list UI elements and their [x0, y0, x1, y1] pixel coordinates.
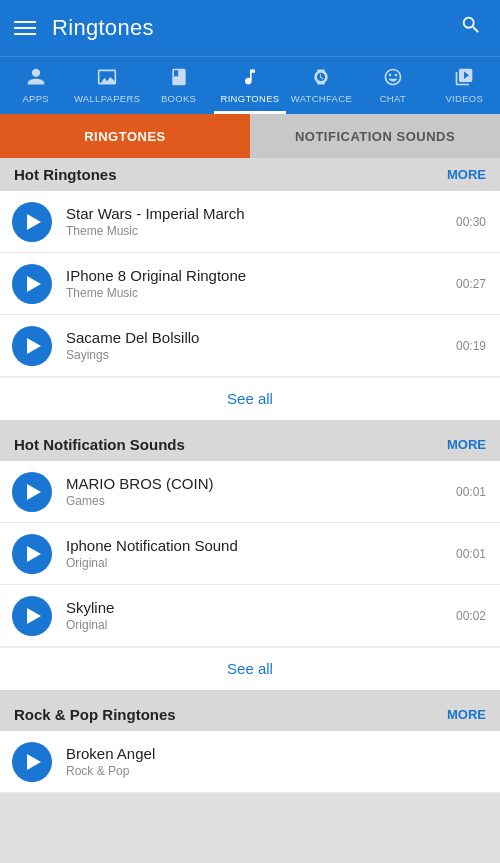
rock-pop-title: Rock & Pop Ringtones	[14, 706, 176, 723]
song-item: Broken Angel Rock & Pop	[0, 731, 500, 793]
section-gap-1	[0, 420, 500, 428]
song-info: Sacame Del Bolsillo Sayings	[66, 329, 456, 362]
play-button[interactable]	[12, 742, 52, 782]
header: Ringtones	[0, 0, 500, 56]
hot-ringtones-see-all-row: See all	[0, 377, 500, 420]
cat-tab-ringtones[interactable]: RINGTONES	[0, 114, 250, 158]
nav-tab-chat-label: CHAT	[380, 93, 406, 104]
song-info: IPhone 8 Original Ringtone Theme Music	[66, 267, 456, 300]
song-info: Broken Angel Rock & Pop	[66, 745, 486, 778]
song-name: IPhone 8 Original Ringtone	[66, 267, 456, 284]
hot-notification-header: Hot Notification Sounds MORE	[0, 428, 500, 461]
nav-tab-books[interactable]: BOOKS	[143, 57, 214, 114]
hot-notification-see-all[interactable]: See all	[227, 660, 273, 677]
nav-tab-ringtones[interactable]: RINGTONES	[214, 57, 285, 114]
videos-icon	[454, 67, 474, 90]
nav-tabs: APPS WALLPAPERS BOOKS RINGTONES WATCHFAC…	[0, 56, 500, 114]
play-button[interactable]	[12, 264, 52, 304]
header-left: Ringtones	[14, 15, 154, 41]
hot-ringtones-more[interactable]: MORE	[447, 167, 486, 182]
rock-pop-list: Broken Angel Rock & Pop	[0, 731, 500, 793]
song-category: Theme Music	[66, 224, 456, 238]
nav-tab-apps-label: APPS	[22, 93, 49, 104]
nav-tab-apps[interactable]: APPS	[0, 57, 71, 114]
hot-notification-see-all-row: See all	[0, 647, 500, 690]
song-info: Iphone Notification Sound Original	[66, 537, 456, 570]
song-name: Iphone Notification Sound	[66, 537, 456, 554]
menu-icon[interactable]	[14, 21, 36, 35]
nav-tab-watchface-label: WATCHFACE	[291, 93, 352, 104]
play-button[interactable]	[12, 326, 52, 366]
play-button[interactable]	[12, 472, 52, 512]
song-duration: 00:27	[456, 277, 486, 291]
chat-icon	[383, 67, 403, 90]
song-duration: 00:19	[456, 339, 486, 353]
song-duration: 00:30	[456, 215, 486, 229]
nav-tab-wallpapers[interactable]: WALLPAPERS	[71, 57, 142, 114]
nav-tab-watchface[interactable]: WATCHFACE	[286, 57, 357, 114]
song-item: IPhone 8 Original Ringtone Theme Music 0…	[0, 253, 500, 315]
play-button[interactable]	[12, 202, 52, 242]
song-category: Original	[66, 556, 456, 570]
song-duration: 00:01	[456, 485, 486, 499]
rock-pop-header: Rock & Pop Ringtones MORE	[0, 698, 500, 731]
watchface-icon	[311, 67, 331, 90]
page-title: Ringtones	[52, 15, 154, 41]
play-button[interactable]	[12, 596, 52, 636]
section-gap-2	[0, 690, 500, 698]
song-name: Sacame Del Bolsillo	[66, 329, 456, 346]
cat-tab-notification[interactable]: NOTIFICATION SOUNDS	[250, 114, 500, 158]
song-item: Iphone Notification Sound Original 00:01	[0, 523, 500, 585]
song-item: MARIO BROS (COIN) Games 00:01	[0, 461, 500, 523]
hot-ringtones-header: Hot Ringtones MORE	[0, 158, 500, 191]
nav-tab-books-label: BOOKS	[161, 93, 196, 104]
hot-notification-title: Hot Notification Sounds	[14, 436, 185, 453]
wallpapers-icon	[97, 67, 117, 90]
hot-ringtones-see-all[interactable]: See all	[227, 390, 273, 407]
song-name: MARIO BROS (COIN)	[66, 475, 456, 492]
song-item: Skyline Original 00:02	[0, 585, 500, 647]
song-category: Games	[66, 494, 456, 508]
song-info: Skyline Original	[66, 599, 456, 632]
song-name: Star Wars - Imperial March	[66, 205, 456, 222]
hot-notification-more[interactable]: MORE	[447, 437, 486, 452]
song-info: MARIO BROS (COIN) Games	[66, 475, 456, 508]
rock-pop-more[interactable]: MORE	[447, 707, 486, 722]
song-name: Broken Angel	[66, 745, 486, 762]
nav-tab-ringtones-label: RINGTONES	[220, 93, 279, 104]
category-tabs: RINGTONES NOTIFICATION SOUNDS	[0, 114, 500, 158]
song-category: Original	[66, 618, 456, 632]
play-button[interactable]	[12, 534, 52, 574]
hot-notification-list: MARIO BROS (COIN) Games 00:01 Iphone Not…	[0, 461, 500, 647]
nav-tab-wallpapers-label: WALLPAPERS	[74, 93, 140, 104]
hot-ringtones-list: Star Wars - Imperial March Theme Music 0…	[0, 191, 500, 377]
song-info: Star Wars - Imperial March Theme Music	[66, 205, 456, 238]
search-button[interactable]	[456, 10, 486, 46]
nav-tab-chat[interactable]: CHAT	[357, 57, 428, 114]
ringtones-icon	[240, 67, 260, 90]
nav-tab-videos[interactable]: VIDEOS	[429, 57, 500, 114]
song-item: Sacame Del Bolsillo Sayings 00:19	[0, 315, 500, 377]
song-category: Rock & Pop	[66, 764, 486, 778]
song-name: Skyline	[66, 599, 456, 616]
nav-tab-videos-label: VIDEOS	[445, 93, 483, 104]
books-icon	[169, 67, 189, 90]
song-item: Star Wars - Imperial March Theme Music 0…	[0, 191, 500, 253]
song-category: Sayings	[66, 348, 456, 362]
song-category: Theme Music	[66, 286, 456, 300]
song-duration: 00:01	[456, 547, 486, 561]
hot-ringtones-title: Hot Ringtones	[14, 166, 117, 183]
song-duration: 00:02	[456, 609, 486, 623]
apps-icon	[26, 67, 46, 90]
